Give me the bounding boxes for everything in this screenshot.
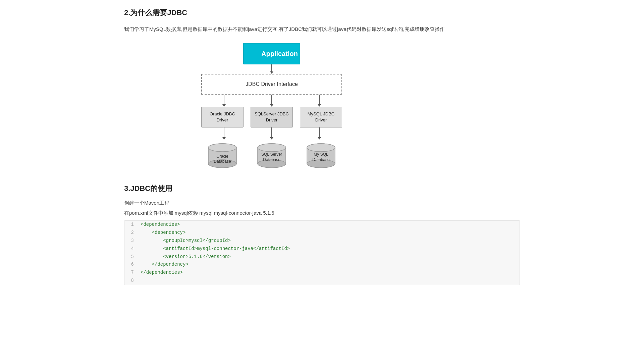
databases-row: Oracle Database SQL Ser (201, 142, 342, 169)
svg-text:SQL Server: SQL Server (261, 152, 282, 157)
section3: 3.JDBC的使用 创建一个Maven工程 在pom.xml文件中添加 mysq… (124, 183, 520, 285)
code-line-8: 8 (124, 277, 520, 285)
oracle-db-cylinder: Oracle Database (206, 142, 239, 169)
line-content-6: </dependency> (138, 261, 520, 269)
svg-text:Database: Database (312, 157, 330, 162)
driver-interface-box: JDBC Driver Interface (201, 74, 342, 95)
code-line-1: 1 <dependencies> (124, 221, 520, 229)
code-line-4: 4 <artifactId>mysql-connector-java</arti… (124, 245, 520, 253)
code-line-6: 6 </dependency> (124, 261, 520, 269)
driver-interface-label: JDBC Driver Interface (210, 80, 333, 89)
oracle-db-col: Oracle Database (201, 142, 244, 169)
svg-point-21 (307, 144, 335, 152)
svg-text:Database: Database (263, 157, 280, 162)
mysql-driver-box: MySQL JDBC Driver (300, 107, 342, 127)
drivers-row: Oracle JDBC Driver SQLServer JDBC Driver… (201, 107, 342, 127)
section3-step2: 在pom.xml文件中添加 mysql依赖 mysql mysql-connec… (124, 209, 520, 217)
section2-desc: 我们学习了MySQL数据库,但是数据库中的数据并不能和java进行交互,有了JD… (124, 24, 520, 34)
svg-text:Oracle: Oracle (216, 154, 228, 159)
section2-title: 2.为什么需要JDBC (124, 7, 520, 18)
line-num-5: 5 (124, 253, 138, 261)
svg-point-13 (258, 144, 286, 152)
code-line-7: 7 </dependencies> (124, 269, 520, 277)
sqlserver-db-cylinder: SQL Server Database (255, 142, 288, 169)
line-content-7: </dependencies> (138, 269, 520, 277)
line-num-7: 7 (124, 269, 138, 277)
line-content-3: <groupId>mysql</groupId> (138, 237, 520, 245)
line-num-8: 8 (124, 277, 138, 285)
oracle-driver-box: Oracle JDBC Driver (201, 107, 244, 127)
code-line-5: 5 <version>5.1.6</version> (124, 253, 520, 261)
svg-point-5 (208, 144, 236, 152)
line-content-5: <version>5.1.6</version> (138, 253, 520, 261)
sqlserver-db-col: SQL Server Database (251, 142, 293, 169)
line-num-2: 2 (124, 229, 138, 237)
line-num-6: 6 (124, 261, 138, 269)
svg-text:Database: Database (214, 159, 231, 164)
svg-text:My SQL: My SQL (314, 152, 328, 157)
code-line-3: 3 <groupId>mysql</groupId> (124, 237, 520, 245)
mysql-db-cylinder: My SQL Database (304, 142, 338, 169)
line-content-1: <dependencies> (138, 221, 520, 229)
section3-title: 3.JDBC的使用 (124, 183, 520, 194)
mysql-db-col: My SQL Database (300, 142, 342, 169)
sqlserver-driver-box: SQLServer JDBC Driver (251, 107, 293, 127)
line-num-1: 1 (124, 221, 138, 229)
jdbc-diagram: Application JDBC Driver Interface (124, 43, 520, 169)
line-content-8 (138, 277, 520, 285)
line-num-4: 4 (124, 245, 138, 253)
section2: 2.为什么需要JDBC 我们学习了MySQL数据库,但是数据库中的数据并不能和j… (124, 7, 520, 34)
line-num-3: 3 (124, 237, 138, 245)
code-line-2: 2 <dependency> (124, 229, 520, 237)
line-content-2: <dependency> (138, 229, 520, 237)
code-block: 1 <dependencies> 2 <dependency> 3 <group… (124, 220, 520, 285)
application-box: Application (243, 43, 300, 64)
section3-step1: 创建一个Maven工程 (124, 199, 520, 207)
line-content-4: <artifactId>mysql-connector-java</artifa… (138, 245, 520, 253)
